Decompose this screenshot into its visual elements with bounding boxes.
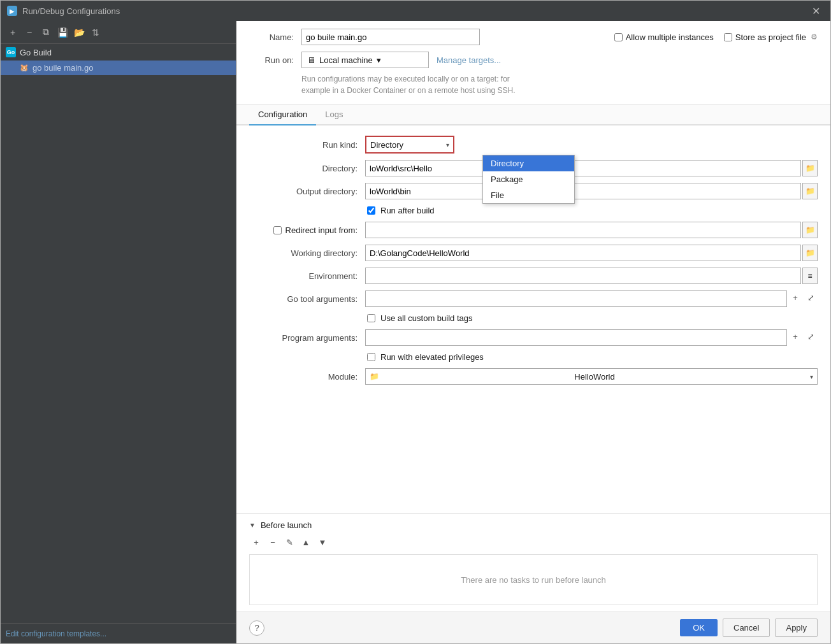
add-config-button[interactable]: + [6,25,20,39]
custom-build-tags-label: Use all custom build tags [380,313,473,323]
run-kind-dropdown: Directory Package File [482,155,575,204]
local-machine-label: Local machine [319,55,373,65]
environment-edit-button[interactable]: ≡ [802,268,818,284]
run-on-select[interactable]: 🖥 Local machine ▾ [301,52,429,68]
manage-targets-link[interactable]: Manage targets... [437,55,501,65]
hint-line1: Run configurations may be executed local… [301,75,510,83]
module-folder-icon: 📁 [370,372,379,381]
before-launch-add-button[interactable]: + [249,535,263,549]
redirect-browse-button[interactable]: 📁 [802,222,818,238]
dialog-title: Run/Debug Configurations [22,6,120,16]
app-icon: ▶ [7,6,17,16]
ok-button[interactable]: OK [680,619,718,636]
tab-configuration[interactable]: Configuration [249,104,316,125]
directory-label: Directory: [249,164,358,173]
before-launch-down-button[interactable]: ▼ [315,535,329,549]
run-kind-select[interactable]: Directory ▾ [365,136,454,154]
dropdown-item-package[interactable]: Package [483,171,574,187]
environment-input[interactable] [365,268,801,284]
working-directory-browse-button[interactable]: 📁 [802,245,818,261]
redirect-input-label: Redirect input from: [285,225,358,235]
edit-templates-link[interactable]: Edit configuration templates... [6,629,106,638]
run-after-build-row: Run after build [249,206,818,215]
main-go-label: go buile main.go [33,63,93,73]
no-tasks-label: There are no tasks to run before launch [461,575,606,585]
remove-config-button[interactable]: − [22,25,36,39]
sidebar-tree: Go Go Build 🐹 go buile main.go [1,44,236,623]
dropdown-item-directory[interactable]: Directory [483,155,574,171]
config-panel: Run kind: Directory ▾ Directory Package … [236,125,830,513]
help-button[interactable]: ? [249,620,264,636]
working-directory-row: Working directory: 📁 [249,245,818,261]
program-arguments-input[interactable] [365,329,787,346]
gear-icon[interactable]: ⚙ [811,32,818,41]
cancel-button[interactable]: Cancel [723,619,770,637]
program-args-expand-button[interactable]: ⤢ [804,329,818,343]
go-tool-arguments-input[interactable] [365,290,787,307]
allow-multiple-row: Allow multiple instances [614,32,714,42]
run-kind-row: Run kind: Directory ▾ Directory Package … [249,136,818,154]
before-launch-toolbar: + − ✎ ▲ ▼ [249,535,818,549]
dropdown-item-file[interactable]: File [483,187,574,203]
program-arguments-row: Program arguments: + ⤢ [249,329,818,346]
close-button[interactable]: ✕ [808,4,824,18]
custom-build-tags-checkbox[interactable] [367,314,375,322]
run-kind-label: Run kind: [249,140,358,150]
save-config-button[interactable]: 💾 [55,25,69,39]
redirect-input-group: 📁 [365,222,818,238]
custom-build-tags-row: Use all custom build tags [249,313,818,323]
run-after-build-checkbox[interactable] [367,206,375,215]
header-section: Name: Allow multiple instances Store as … [236,21,830,104]
open-config-button[interactable]: 📂 [72,25,86,39]
apply-button[interactable]: Apply [775,619,818,637]
local-machine-icon: 🖥 [307,55,315,65]
redirect-input-field[interactable] [365,222,801,238]
allow-multiple-checkbox[interactable] [614,33,623,41]
title-bar-left: ▶ Run/Debug Configurations [7,6,120,16]
sidebar-footer: Edit configuration templates... [1,623,236,643]
redirect-label-group: Redirect input from: [249,225,358,235]
redirect-input-row: Redirect input from: 📁 [249,222,818,238]
run-elevated-row: Run with elevated privileges [249,352,818,362]
program-arguments-label: Program arguments: [249,333,358,343]
name-input[interactable] [301,29,480,45]
program-args-add-button[interactable]: + [788,329,802,343]
go-tool-add-button[interactable]: + [788,290,802,304]
run-elevated-checkbox[interactable] [367,353,375,361]
sort-config-button[interactable]: ⇅ [89,25,103,39]
environment-input-group: ≡ [365,268,818,284]
tree-item-main-go[interactable]: 🐹 go buile main.go [1,61,236,75]
before-launch-content: There are no tasks to run before launch [249,554,818,605]
working-directory-input[interactable] [365,245,801,261]
run-on-dropdown-arrow: ▾ [377,55,381,65]
before-launch-up-button[interactable]: ▲ [299,535,313,549]
directory-input[interactable] [365,160,801,176]
directory-browse-button[interactable]: 📁 [802,160,818,176]
run-kind-wrapper: Directory ▾ Directory Package File [365,136,454,154]
module-row: Module: 📁 HelloWorld ▾ [249,368,818,385]
redirect-input-checkbox[interactable] [273,226,282,234]
store-as-project-label: Store as project file [735,32,806,42]
tab-logs[interactable]: Logs [316,104,352,125]
tree-item-go-build[interactable]: Go Go Build [1,44,236,61]
before-launch-remove-button[interactable]: − [266,535,280,549]
working-directory-input-group: 📁 [365,245,818,261]
before-launch-section: ▼ Before launch + − ✎ ▲ ▼ There are no t… [236,513,830,612]
output-directory-input-group: 📁 [365,183,818,199]
output-directory-browse-button[interactable]: 📁 [802,183,818,199]
module-select[interactable]: 📁 HelloWorld ▾ [365,368,818,385]
environment-label: Environment: [249,271,358,281]
run-kind-arrow: ▾ [446,141,449,148]
copy-config-button[interactable]: ⧉ [39,25,53,39]
run-on-label: Run on: [249,55,294,65]
go-tool-expand-button[interactable]: ⤢ [804,290,818,304]
run-debug-dialog: ▶ Run/Debug Configurations ✕ + − ⧉ 💾 📂 ⇅… [0,0,831,644]
store-as-project-checkbox[interactable] [724,33,732,41]
collapse-arrow-icon[interactable]: ▼ [249,522,256,529]
allow-multiple-label: Allow multiple instances [626,32,714,42]
before-launch-edit-button[interactable]: ✎ [282,535,296,549]
main-content: + − ⧉ 💾 📂 ⇅ Go Go Build 🐹 go buile main.… [1,21,830,643]
environment-row: Environment: ≡ [249,268,818,284]
before-launch-header: ▼ Before launch [249,520,818,530]
output-directory-input[interactable] [365,183,801,199]
